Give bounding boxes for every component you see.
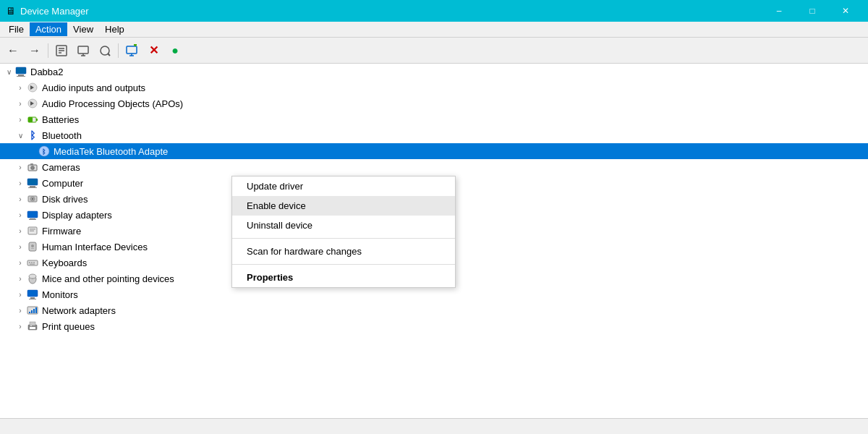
- menu-bar: File Action View Help: [0, 22, 868, 38]
- svg-point-27: [31, 166, 35, 170]
- firmware-toggle[interactable]: ›: [14, 225, 26, 237]
- svg-rect-14: [16, 67, 26, 74]
- audio-apo-toggle[interactable]: ›: [14, 98, 26, 109]
- scan-button[interactable]: [95, 41, 115, 61]
- uninstall-button[interactable]: ✕: [143, 41, 163, 61]
- disk-drives-toggle[interactable]: ›: [14, 193, 26, 205]
- keyboards-icon: [26, 256, 39, 269]
- cameras-label: Cameras: [42, 162, 80, 173]
- cameras-icon: [26, 161, 39, 174]
- svg-rect-36: [30, 218, 35, 219]
- svg-rect-22: [28, 117, 33, 122]
- svg-rect-56: [29, 312, 30, 313]
- context-menu-scan-hardware[interactable]: Scan for hardware changes: [232, 242, 455, 261]
- maximize-button[interactable]: □: [796, 0, 829, 22]
- menu-file[interactable]: File: [3, 22, 30, 36]
- update-driver-button[interactable]: [73, 41, 93, 61]
- menu-action[interactable]: Action: [30, 22, 67, 36]
- mice-icon: [26, 272, 39, 285]
- main-content: ∨ Dabba2 › Audio inputs and outputs › Au…: [0, 64, 868, 418]
- audio-apo-icon: [26, 97, 39, 110]
- tree-item-audio-apo[interactable]: › Audio Processing Objects (APOs): [0, 95, 868, 111]
- svg-rect-23: [36, 119, 38, 121]
- toolbar-separator-1: [48, 43, 48, 58]
- bluetooth-adapter-icon: ᛒ: [38, 145, 51, 158]
- cameras-toggle[interactable]: ›: [14, 161, 26, 173]
- bluetooth-icon: ᛒ: [26, 129, 39, 142]
- svg-rect-40: [30, 231, 34, 232]
- svg-rect-63: [30, 326, 32, 326]
- hid-label: Human Interface Devices: [42, 242, 148, 252]
- keyboards-toggle[interactable]: ›: [14, 257, 26, 268]
- audio-apo-label: Audio Processing Objects (APOs): [42, 98, 183, 109]
- context-menu-update-driver[interactable]: Update driver: [232, 176, 455, 196]
- menu-help[interactable]: Help: [99, 22, 130, 36]
- display-adapters-label: Display adapters: [42, 210, 112, 221]
- svg-rect-4: [78, 46, 88, 54]
- properties-button[interactable]: [51, 41, 72, 61]
- svg-rect-59: [35, 307, 37, 313]
- title-bar-controls: – □ ✕: [762, 0, 862, 22]
- svg-rect-53: [30, 297, 35, 299]
- menu-view[interactable]: View: [67, 22, 99, 36]
- tree-item-print-queues[interactable]: › Print queues: [0, 318, 868, 334]
- bluetooth-adapter-label: MediaTek Bluetooth Adapte: [54, 146, 168, 157]
- bluetooth-toggle[interactable]: ∨: [14, 129, 26, 141]
- network-toggle[interactable]: ›: [14, 305, 26, 316]
- display-adapters-toggle[interactable]: ›: [14, 209, 26, 221]
- audio-io-toggle[interactable]: ›: [14, 82, 26, 93]
- close-button[interactable]: ✕: [829, 0, 862, 22]
- svg-rect-37: [29, 219, 36, 220]
- context-menu-enable-device[interactable]: Enable device: [232, 196, 455, 216]
- firmware-label: Firmware: [42, 226, 81, 237]
- svg-rect-28: [30, 163, 33, 165]
- tree-item-batteries[interactable]: › Batteries: [0, 111, 868, 127]
- network-icon: [26, 304, 39, 317]
- toolbar-separator-2: [118, 43, 119, 58]
- svg-rect-46: [31, 262, 33, 263]
- svg-rect-15: [18, 75, 24, 76]
- enable-button[interactable]: ●: [165, 41, 185, 61]
- root-toggle[interactable]: ∨: [3, 66, 14, 77]
- bluetooth-label: Bluetooth: [42, 130, 82, 141]
- tree-item-cameras[interactable]: › Cameras: [0, 159, 868, 175]
- forward-button[interactable]: →: [25, 41, 45, 61]
- tree-item-bluetooth[interactable]: ∨ ᛒ Bluetooth: [0, 127, 868, 143]
- hid-toggle[interactable]: ›: [14, 241, 26, 252]
- bluetooth-adapter-toggle: [26, 145, 38, 157]
- mice-toggle[interactable]: ›: [14, 273, 26, 284]
- computer-icon: [14, 65, 27, 78]
- svg-rect-61: [30, 322, 35, 326]
- display-adapters-icon: [26, 208, 39, 221]
- tree-item-network[interactable]: › Network adapters: [0, 302, 868, 318]
- monitors-toggle[interactable]: ›: [14, 289, 26, 300]
- back-button[interactable]: ←: [3, 41, 23, 61]
- svg-rect-16: [17, 76, 25, 77]
- computer-label: Computer: [42, 178, 83, 189]
- svg-rect-43: [31, 248, 34, 249]
- svg-rect-39: [30, 229, 35, 230]
- network-label: Network adapters: [42, 305, 116, 316]
- audio-io-icon: [26, 81, 39, 94]
- svg-point-51: [29, 274, 36, 278]
- tree-root[interactable]: ∨ Dabba2: [0, 64, 868, 80]
- keyboards-label: Keyboards: [42, 258, 87, 268]
- tree-item-audio-io[interactable]: › Audio inputs and outputs: [0, 80, 868, 95]
- print-queues-label: Print queues: [42, 321, 95, 332]
- batteries-toggle[interactable]: ›: [14, 114, 26, 125]
- monitors-label: Monitors: [42, 289, 78, 300]
- firmware-icon: [26, 224, 39, 237]
- hid-icon: [26, 240, 39, 253]
- print-queues-toggle[interactable]: ›: [14, 320, 26, 332]
- tree-item-monitors[interactable]: › Monitors: [0, 286, 868, 302]
- add-hardware-button[interactable]: [122, 41, 142, 61]
- context-menu-properties[interactable]: Properties: [232, 268, 455, 287]
- context-menu-uninstall-device[interactable]: Uninstall device: [232, 216, 455, 235]
- minimize-button[interactable]: –: [762, 0, 796, 22]
- tree-item-bluetooth-adapter[interactable]: ᛒ MediaTek Bluetooth Adapte: [0, 143, 868, 159]
- svg-rect-57: [31, 310, 33, 313]
- svg-point-34: [32, 198, 33, 200]
- computer-toggle[interactable]: ›: [14, 177, 26, 189]
- svg-rect-52: [27, 290, 38, 297]
- svg-rect-30: [30, 186, 35, 187]
